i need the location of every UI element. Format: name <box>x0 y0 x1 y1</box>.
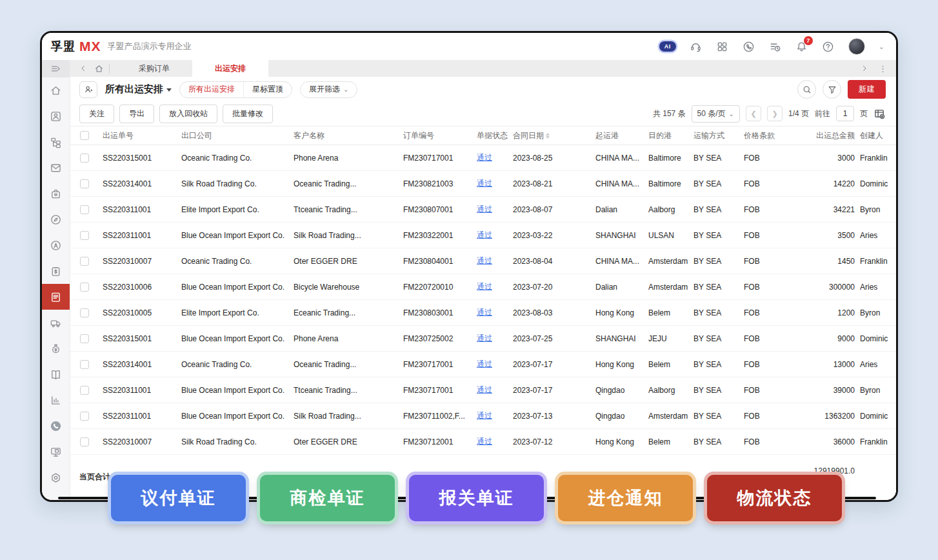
cell-4[interactable]: 通过 <box>477 359 513 370</box>
table-row[interactable]: SS220310006Blue Ocean Import Export Co.B… <box>70 274 896 300</box>
sidebar-item-settings[interactable] <box>42 465 70 490</box>
table-row[interactable]: SS220311001Elite Import Export Co.Ttcean… <box>70 197 896 223</box>
chevron-down-icon[interactable]: ⌄ <box>879 43 884 51</box>
table-row[interactable]: SS220310005Elite Import Export Co.Eceani… <box>70 300 896 326</box>
table-settings-icon[interactable] <box>873 108 886 120</box>
cell-4[interactable]: 通过 <box>477 333 513 344</box>
headset-icon[interactable] <box>690 40 703 53</box>
col-header-1[interactable]: 出口公司 <box>181 130 294 141</box>
view-selector[interactable]: 所有出运安排 <box>105 83 172 95</box>
sidebar-item-reports[interactable] <box>42 387 70 413</box>
cell-4[interactable]: 通过 <box>477 385 513 395</box>
new-button[interactable]: 新建 <box>848 80 886 99</box>
cell-4[interactable]: 通过 <box>477 281 513 292</box>
toolbar-button-0[interactable]: 关注 <box>79 105 114 123</box>
tab-0[interactable]: 采购订单 <box>116 60 192 77</box>
home-tab-icon[interactable] <box>94 63 104 74</box>
col-header-2[interactable]: 客户名称 <box>294 130 403 141</box>
row-checkbox[interactable] <box>80 154 89 163</box>
flow-button-4[interactable]: 物流状态 <box>707 475 842 521</box>
sidebar-item-orders[interactable] <box>42 258 70 284</box>
sidebar-item-mail[interactable] <box>42 155 70 181</box>
apps-grid-icon[interactable] <box>716 40 729 53</box>
flow-button-0[interactable]: 议付单证 <box>111 475 246 521</box>
sidebar-item-shipping-docs[interactable] <box>42 284 70 310</box>
task-list-icon[interactable] <box>769 40 782 53</box>
goto-page-input[interactable] <box>836 106 854 121</box>
ai-assistant-icon[interactable]: AI <box>659 41 676 52</box>
col-header-8[interactable]: 运输方式 <box>694 130 744 141</box>
back-chevron-icon[interactable] <box>78 63 88 74</box>
table-row[interactable]: SS220315001Blue Ocean Import Export Co.P… <box>70 326 896 352</box>
select-all-checkbox[interactable] <box>80 131 89 140</box>
avatar[interactable] <box>848 38 865 55</box>
col-header-0[interactable]: 出运单号 <box>103 130 181 141</box>
sidebar-item-monitor[interactable] <box>42 439 70 465</box>
toolbar-button-1[interactable]: 导出 <box>119 105 154 123</box>
table-row[interactable]: SS220315001Oceanic Trading Co.Phone Aren… <box>70 145 896 171</box>
sort-icon[interactable] <box>546 133 550 139</box>
owner-filter-icon[interactable] <box>79 81 97 98</box>
toolbar-button-3[interactable]: 批量修改 <box>223 105 273 123</box>
forward-chevron-icon[interactable] <box>859 63 870 74</box>
cell-4[interactable]: 通过 <box>477 255 513 266</box>
row-checkbox[interactable] <box>80 334 89 343</box>
col-header-9[interactable]: 价格条款 <box>744 130 795 141</box>
search-icon[interactable] <box>797 80 816 99</box>
col-header-7[interactable]: 目的港 <box>648 130 694 141</box>
row-checkbox[interactable] <box>80 231 89 240</box>
sidebar-item-finance[interactable] <box>42 335 70 361</box>
page-size-select[interactable]: 50 条/页 ⌄ <box>692 105 740 123</box>
sidebar-item-ledger[interactable] <box>42 361 70 387</box>
table-row[interactable]: SS220314001Oceanic Trading Co.Oceanic Tr… <box>70 352 896 377</box>
col-header-3[interactable]: 订单编号 <box>403 130 477 141</box>
row-checkbox[interactable] <box>80 437 89 446</box>
cell-4[interactable]: 通过 <box>477 178 513 189</box>
cell-4[interactable]: 通过 <box>477 410 513 421</box>
col-header-4[interactable]: 单据状态 <box>477 130 513 141</box>
tab-1[interactable]: 出运安排 <box>192 60 268 77</box>
filter-all-shipments[interactable]: 所有出运安排 <box>180 82 243 97</box>
row-checkbox[interactable] <box>80 205 89 214</box>
flow-button-1[interactable]: 商检单证 <box>260 475 395 521</box>
sidebar-item-contacts[interactable] <box>42 103 70 129</box>
col-header-10[interactable]: 出运总金额 <box>795 130 860 141</box>
table-row[interactable]: SS220314001Silk Road Trading Co.Oceanic … <box>70 171 896 197</box>
sidebar-item-collapse[interactable] <box>42 60 70 77</box>
col-header-11[interactable]: 创建人 <box>860 130 896 141</box>
col-header-5[interactable]: 合同日期 <box>513 130 595 141</box>
help-icon[interactable] <box>822 40 835 53</box>
sidebar-item-marketing[interactable] <box>42 232 70 258</box>
bell-icon[interactable]: 7 <box>795 40 808 53</box>
sidebar-item-products[interactable] <box>42 181 70 206</box>
row-checkbox[interactable] <box>80 257 89 266</box>
row-checkbox[interactable] <box>80 412 89 421</box>
table-row[interactable]: SS220310007Silk Road Trading Co.Oter EGG… <box>70 429 896 455</box>
cell-4[interactable]: 通过 <box>477 230 513 241</box>
col-header-6[interactable]: 起运港 <box>595 130 648 141</box>
row-checkbox[interactable] <box>80 308 89 317</box>
sidebar-item-compass[interactable] <box>42 206 70 232</box>
cell-4[interactable]: 通过 <box>477 152 513 163</box>
row-checkbox[interactable] <box>80 283 89 292</box>
table-row[interactable]: SS220311001Blue Ocean Import Export Co.S… <box>70 403 896 429</box>
row-checkbox[interactable] <box>80 360 89 369</box>
toolbar-button-2[interactable]: 放入回收站 <box>159 105 217 123</box>
sidebar-item-logistics[interactable] <box>42 310 70 335</box>
sidebar-item-org-chart[interactable] <box>42 129 70 155</box>
sidebar-item-whatsapp[interactable] <box>42 413 70 439</box>
next-page-button[interactable]: ❯ <box>767 106 783 121</box>
cell-4[interactable]: 通过 <box>477 436 513 447</box>
prev-page-button[interactable]: ❮ <box>746 106 761 121</box>
cell-4[interactable]: 通过 <box>477 204 513 215</box>
cell-4[interactable]: 通过 <box>477 307 513 318</box>
expand-filter-button[interactable]: 展开筛选 ⌄ <box>300 81 357 98</box>
table-row[interactable]: SS220311001Blue Ocean Import Export Co.S… <box>70 223 896 248</box>
filter-starred-pinned[interactable]: 星标置顶 <box>243 82 292 97</box>
flow-button-3[interactable]: 进仓通知 <box>558 475 693 521</box>
flow-button-2[interactable]: 报关单证 <box>409 475 544 521</box>
phone-circle-icon[interactable] <box>743 40 755 53</box>
table-row[interactable]: SS220311001Blue Ocean Import Export Co.T… <box>70 377 896 403</box>
funnel-filter-icon[interactable] <box>823 80 841 99</box>
sidebar-item-home[interactable] <box>42 77 70 103</box>
